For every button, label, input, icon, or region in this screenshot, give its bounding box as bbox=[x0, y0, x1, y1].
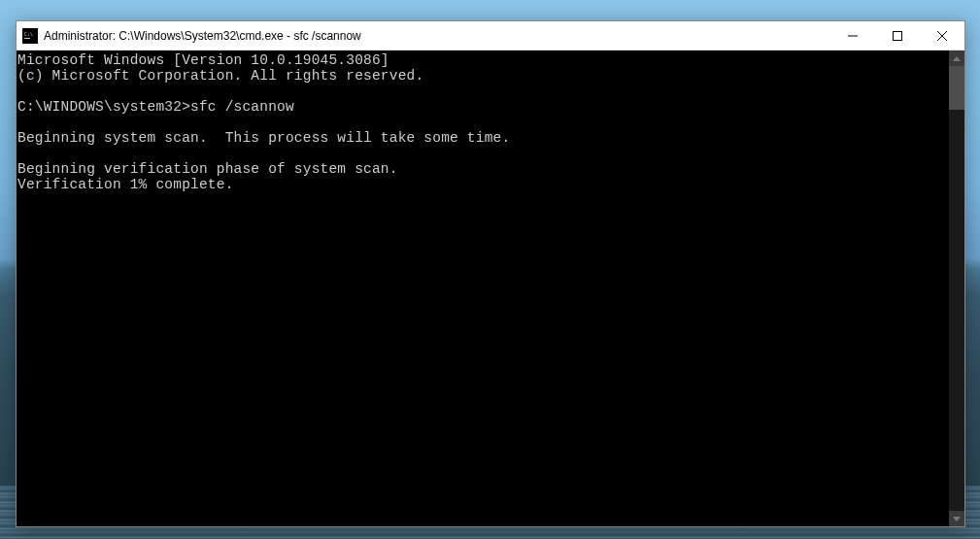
svg-rect-5 bbox=[894, 31, 902, 40]
window-title: Administrator: C:\Windows\System32\cmd.e… bbox=[44, 29, 830, 43]
scrollbar-track[interactable] bbox=[949, 66, 964, 511]
svg-marker-8 bbox=[953, 56, 961, 61]
cmd-icon: C:\ bbox=[22, 28, 38, 44]
console-output: Microsoft Windows [Version 10.0.19045.30… bbox=[17, 51, 949, 526]
console-area[interactable]: Microsoft Windows [Version 10.0.19045.30… bbox=[17, 51, 964, 526]
scroll-down-button[interactable] bbox=[949, 511, 964, 526]
minimize-button[interactable] bbox=[830, 21, 875, 50]
close-button[interactable] bbox=[920, 21, 964, 50]
maximize-button[interactable] bbox=[875, 21, 920, 50]
scrollbar-thumb[interactable] bbox=[949, 66, 964, 110]
svg-text:C:\: C:\ bbox=[24, 31, 33, 37]
scroll-up-button[interactable] bbox=[949, 51, 964, 66]
window-controls bbox=[830, 21, 964, 50]
svg-marker-9 bbox=[953, 517, 961, 522]
svg-rect-3 bbox=[24, 38, 30, 39]
cmd-window: C:\ Administrator: C:\Windows\System32\c… bbox=[16, 20, 965, 527]
vertical-scrollbar[interactable] bbox=[949, 51, 964, 526]
titlebar[interactable]: C:\ Administrator: C:\Windows\System32\c… bbox=[17, 21, 964, 51]
